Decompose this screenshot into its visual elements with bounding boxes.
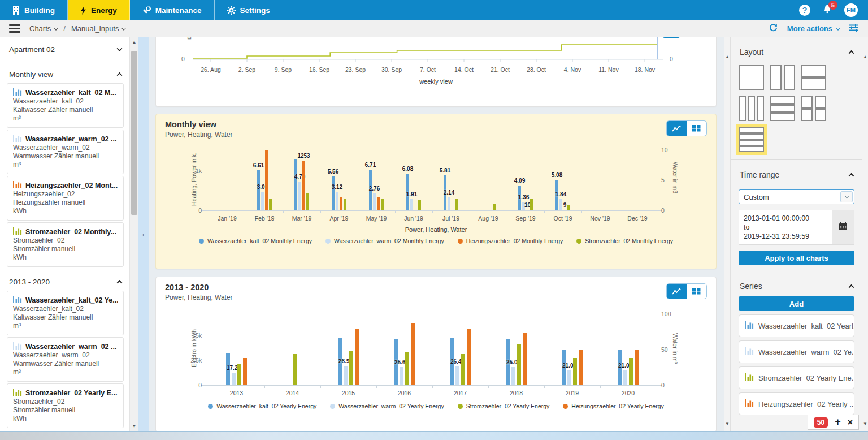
layout-option-single[interactable] [739,64,765,90]
apply-to-all-charts-button[interactable]: Apply to all charts [739,251,854,265]
avatar[interactable]: FM [844,3,858,17]
series-item[interactable]: Stromzaehler_02 Yearly Ene... [739,366,854,389]
scroll-up-icon[interactable]: ▲ [130,40,138,45]
notifications-button[interactable]: 5 [823,5,832,16]
x-axis-label: Aug '19 [470,215,507,222]
layout-option-four-rows[interactable] [739,127,765,153]
meter-card-line: kWh [13,253,118,262]
layout-section-header[interactable]: Layout [739,37,854,62]
sidebar-meter-card[interactable]: Stromzaehler_02 Yearly E...Stromzaehler_… [7,383,124,428]
time-range-title: Time range [740,170,779,179]
layout-thumb-box [739,140,764,146]
sidebar-scrollbar[interactable]: ▲ ▼ [130,37,138,431]
legend-item[interactable]: Wasserzaehler_warm_02 Yearly Energy [330,403,444,409]
legend-item[interactable]: Wasserzaehler_kalt_02 Yearly Energy [208,403,316,409]
bar-Wasserzaehler_warm_02 [373,193,376,210]
add-series-button[interactable]: Add [739,296,854,311]
window-scrollbar[interactable]: ▲ ▼ [862,37,868,431]
right-axis-title: Water in m3 [672,121,679,234]
bar-Heizungszaehler_02 [377,197,380,210]
chevron-down-icon [121,25,126,30]
tab-building[interactable]: Building [0,0,68,20]
series-list: Wasserzaehler_kalt_02 Yearl...Wasserzaeh… [739,314,854,415]
sidebar-meter-card[interactable]: Wasserzaehler_warm_02 ...Wasserzaehler_w… [7,337,124,382]
legend-item[interactable]: Stromzaehler_02 Yearly Energy [458,403,550,409]
chart-legend: Wasserzaehler_kalt_02 Monthly EnergyWass… [156,238,716,244]
more-actions-button[interactable]: More actions [787,24,840,33]
series-item[interactable]: Wasserzaehler_kalt_02 Yearl... [739,314,854,337]
tab-maintenance[interactable]: Maintenance [130,0,215,20]
layout-option-two-rows[interactable] [801,64,827,90]
date-range-text[interactable]: 2013-01-01 00:00:00 to 2019-12-31 23:59:… [739,210,832,244]
x-axis-tick [544,385,545,388]
bar-chart-icon [745,347,754,356]
bar-Wasserzaehler_warm_02 [511,367,515,385]
tab-settings[interactable]: Settings [215,0,283,20]
layout-thumb-box [739,65,764,90]
legend-item[interactable]: Stromzaehler_02 Monthly Energy [576,238,673,244]
yearly-chart-card[interactable]: 2013 - 2020 Power, Heating, Water 5k2.5k… [155,277,717,431]
weekly-chart-card[interactable]: 26. Aug2. Sep9. Sep16. Sep23. Sep30. Sep… [155,37,717,107]
x-axis-tick [209,210,209,213]
menu-icon[interactable] [9,23,20,34]
bar-Heizungszaehler_02 [355,329,359,385]
help-icon[interactable]: ? [799,5,810,16]
refresh-icon[interactable] [769,23,778,34]
sidebar-section-header-1[interactable]: 2013 - 2020 [0,269,129,291]
x-axis-tick [581,210,582,213]
series-item[interactable]: Heizungszaehler_02 Yearly ... [739,392,854,415]
add-todo-icon[interactable]: + [835,416,841,428]
breadcrumb-manual-inputs-label: Manual_inputs [71,24,119,33]
layout-thumb-box [770,113,795,121]
select-dropdown-button[interactable] [840,191,853,202]
monthly-chart-card[interactable]: Monthly view Power, Heating, Water 1k010… [155,114,717,269]
series-item[interactable]: Wasserzaehler_warm_02 Ye... [739,340,854,363]
time-range-section-header[interactable]: Time range [739,160,854,185]
main-scrollbar[interactable]: ▲ ▼ [724,37,730,431]
layout-thumb-box [784,65,795,90]
sidebar-meter-card[interactable]: Wasserzaehler_warm_02 ...Wasserzaehler_w… [7,130,124,174]
tab-energy[interactable]: Energy [68,0,130,20]
scroll-up-icon[interactable]: ▲ [862,54,868,59]
apartment-selector[interactable]: Apartment 02 [0,37,129,61]
scroll-up-icon[interactable]: ▲ [724,54,730,59]
bar-value-label: 1.36 [518,194,529,200]
legend-item[interactable]: Wasserzaehler_warm_02 Monthly Energy [326,238,444,244]
sidebar-collapse-handle[interactable]: ‹ [138,37,149,431]
bar-Wasserzaehler_warm_02 [448,197,450,210]
left-axis-tick: 0 [181,55,185,62]
layout-option-grid-2x2[interactable] [801,96,827,122]
monthly-chart: 1k01050Heating, Power in k...Water in m3… [156,114,716,269]
layout-thumb-row [801,77,826,90]
scrollbar-thumb[interactable] [131,51,137,215]
legend-item[interactable]: Heizungszaehler_02 Monthly Energy [458,238,563,244]
sidebar-meter-card[interactable]: Stromzaehler_02 Monthly...Stromzaehler_0… [7,222,124,267]
meter-card-line: Warmwasser Zähler manuell [13,360,118,368]
x-axis-label: 18. Nov [628,66,662,73]
legend-item[interactable]: Wasserzaehler_kalt_02 Monthly Energy [199,238,312,244]
layout-option-two-columns[interactable] [770,64,796,90]
bar-Stromzaehler_02 [344,199,346,210]
series-item-label: Wasserzaehler_kalt_02 Yearl... [758,322,854,330]
breadcrumb-charts[interactable]: Charts [29,24,58,33]
layout-option-three-columns[interactable] [739,96,765,122]
sidebar-meter-card[interactable]: Wasserzaehler_kalt_02 M...Wasserzaehler_… [7,83,124,128]
bar-value-label: 4.09 [514,178,525,184]
series-section-header[interactable]: Series [739,271,854,296]
close-icon[interactable]: × [848,417,853,428]
sidebar-meter-card[interactable]: Wasserzaehler_kalt_02 Ye...Wasserzaehler… [7,291,124,335]
scroll-down-icon[interactable]: ▼ [724,421,730,426]
scroll-down-icon[interactable]: ▼ [130,424,138,429]
legend-item[interactable]: Heizungszaehler_02 Yearly Energy [563,403,663,409]
x-axis-label: Dec '19 [619,215,656,222]
bar-Heizungszaehler_02 [635,350,639,385]
time-range-select[interactable]: Custom [739,189,854,204]
layout-option-three-rows[interactable] [770,96,796,122]
sidebar-meter-card[interactable]: Heizungszaehler_02 Mont...Heizungszaehle… [7,176,124,221]
filter-sliders-icon[interactable] [849,23,859,34]
calendar-button[interactable] [832,210,854,244]
scroll-down-icon[interactable]: ▼ [862,421,868,426]
breadcrumb-manual-inputs[interactable]: Manual_inputs [71,24,126,33]
todo-count-badge: 50 [814,417,828,428]
sidebar-section-header-0[interactable]: Monthly view [0,61,129,83]
